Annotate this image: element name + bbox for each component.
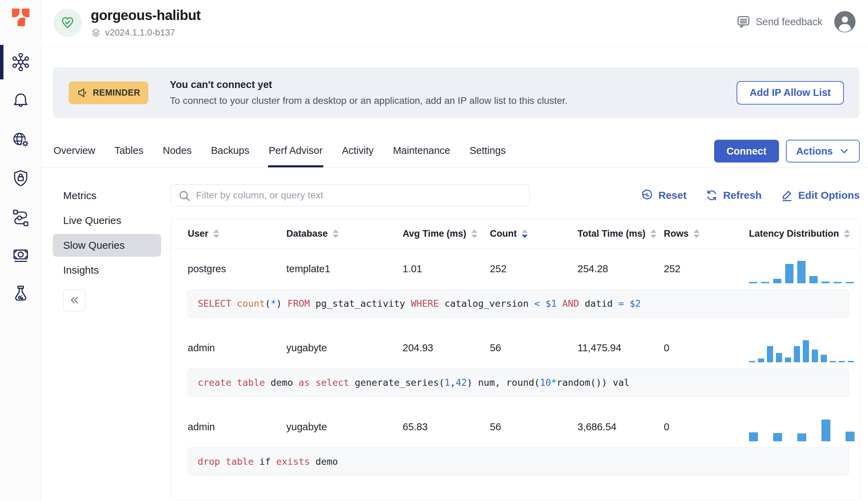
feedback-bubble-icon: [736, 14, 751, 29]
column-header-total-time-ms[interactable]: Total Time (ms): [578, 228, 664, 239]
column-header-user[interactable]: User: [188, 228, 286, 239]
filter-input[interactable]: [171, 184, 530, 206]
cluster-network-icon: [11, 52, 31, 72]
flask-icon: [11, 284, 31, 304]
histogram-bar: [846, 432, 855, 441]
slow-queries-table: UserDatabaseAvg Time (ms)CountTotal Time…: [171, 219, 860, 501]
sort-icon[interactable]: [522, 229, 528, 238]
send-feedback-button[interactable]: Send feedback: [736, 14, 822, 29]
cell-user: postgres: [188, 263, 286, 275]
column-header-rows[interactable]: Rows: [664, 228, 749, 239]
subnav-item-live-queries[interactable]: Live Queries: [53, 209, 161, 232]
cell-count: 56: [490, 342, 578, 354]
histogram-bar: [803, 340, 809, 362]
tab-nodes[interactable]: Nodes: [162, 139, 193, 167]
table-header-row: UserDatabaseAvg Time (ms)CountTotal Time…: [171, 219, 859, 249]
subnav-item-slow-queries[interactable]: Slow Queries: [53, 234, 161, 257]
banner-message: To connect to your cluster from a deskto…: [170, 95, 568, 106]
latency-histogram: [749, 328, 859, 368]
sort-icon[interactable]: [471, 229, 477, 238]
globe-gear-icon: [11, 129, 31, 149]
cell-avg_time: 1.01: [403, 263, 490, 275]
cell-rows: 0: [664, 342, 749, 354]
sort-icon[interactable]: [693, 229, 700, 238]
search-icon: [178, 189, 191, 202]
bell-icon: [11, 91, 31, 111]
histogram-bar: [761, 282, 769, 283]
sidebar-item-security[interactable]: [0, 159, 41, 197]
sidebar-item-alerts[interactable]: [0, 81, 41, 120]
tab-backups[interactable]: Backups: [210, 139, 250, 167]
shield-lock-icon: [11, 168, 31, 188]
histogram-bar: [749, 361, 755, 362]
sort-icon[interactable]: [213, 229, 219, 238]
sidebar-item-integrations[interactable]: [0, 197, 41, 236]
sidebar-item-clusters[interactable]: [0, 43, 41, 81]
cell-total_time: 254.28: [578, 263, 664, 275]
page-title: gorgeous-halibut: [91, 8, 201, 23]
histogram-bar: [767, 346, 773, 362]
cell-count: 252: [490, 263, 578, 275]
tab-overview[interactable]: Overview: [53, 139, 96, 167]
subnav-item-insights[interactable]: Insights: [53, 259, 161, 282]
layers-icon: [91, 28, 101, 38]
histogram-bar: [776, 353, 782, 362]
collapse-sidebar-button[interactable]: [63, 289, 85, 311]
banner-title: You can't connect yet: [170, 79, 568, 90]
app-sidebar: [0, 0, 42, 501]
histogram-bar: [797, 433, 806, 441]
add-ip-allow-list-button[interactable]: Add IP Allow List: [737, 81, 844, 105]
query-text: drop table if exists demo: [188, 448, 849, 475]
column-header-database[interactable]: Database: [286, 228, 403, 239]
table-row: adminyugabyte204.935611,475.940: [171, 328, 859, 368]
query-text: create table demo as select generate_ser…: [188, 369, 849, 396]
histogram-bar: [773, 279, 781, 283]
tab-perf-advisor[interactable]: Perf Advisor: [268, 139, 323, 167]
histogram-bar: [749, 282, 757, 283]
tab-maintenance[interactable]: Maintenance: [392, 139, 451, 167]
histogram-bar: [797, 261, 806, 283]
sort-icon[interactable]: [844, 229, 850, 238]
cell-avg_time: 204.93: [403, 342, 490, 354]
edit-options-button[interactable]: Edit Options: [780, 189, 860, 202]
reminder-badge: REMINDER: [69, 81, 148, 104]
cell-database: yugabyte: [286, 421, 403, 433]
column-header-latency-distribution[interactable]: Latency Distribution: [749, 228, 859, 239]
cell-user: admin: [188, 342, 286, 354]
heart-check-icon: [60, 15, 75, 30]
cluster-header: gorgeous-halibut v2024.1.1.0-b137 Send f…: [42, 0, 868, 47]
user-avatar[interactable]: [834, 11, 856, 32]
table-row: postgrestemplate11.01252254.28252: [171, 249, 859, 289]
histogram-bar: [749, 432, 758, 441]
tab-tables[interactable]: Tables: [114, 139, 144, 167]
cluster-tabs: OverviewTablesNodesBackupsPerf AdvisorAc…: [42, 139, 868, 168]
billing-icon: [11, 245, 31, 265]
connect-button[interactable]: Connect: [714, 140, 779, 163]
sort-icon[interactable]: [650, 229, 657, 238]
refresh-button[interactable]: Refresh: [705, 189, 762, 202]
histogram-bar: [773, 433, 782, 441]
latency-histogram: [749, 249, 859, 289]
sidebar-item-billing[interactable]: [0, 236, 41, 275]
actions-dropdown-button[interactable]: Actions: [786, 140, 860, 163]
histogram-bar: [812, 350, 818, 362]
cell-rows: 252: [664, 263, 749, 275]
refresh-icon: [705, 189, 718, 202]
sort-icon[interactable]: [333, 229, 339, 238]
slow-queries-toolbar: Reset Refresh Edit Options: [171, 184, 860, 206]
column-header-count[interactable]: Count: [490, 228, 578, 239]
histogram-bar: [785, 357, 791, 362]
sidebar-item-labs[interactable]: [0, 275, 41, 313]
tab-activity[interactable]: Activity: [341, 139, 374, 167]
column-header-avg-time-ms[interactable]: Avg Time (ms): [403, 228, 490, 239]
histogram-bar: [758, 358, 764, 362]
histogram-bar: [848, 361, 854, 362]
histogram-bar: [839, 361, 845, 362]
histogram-bar: [834, 282, 842, 283]
tab-settings[interactable]: Settings: [469, 139, 506, 167]
sidebar-item-network[interactable]: [0, 120, 41, 159]
reset-button[interactable]: Reset: [640, 189, 687, 202]
subnav-item-metrics[interactable]: Metrics: [53, 184, 161, 207]
yugabyte-logo-icon[interactable]: [10, 6, 32, 28]
reminder-banner: REMINDER You can't connect yet To connec…: [53, 67, 860, 118]
